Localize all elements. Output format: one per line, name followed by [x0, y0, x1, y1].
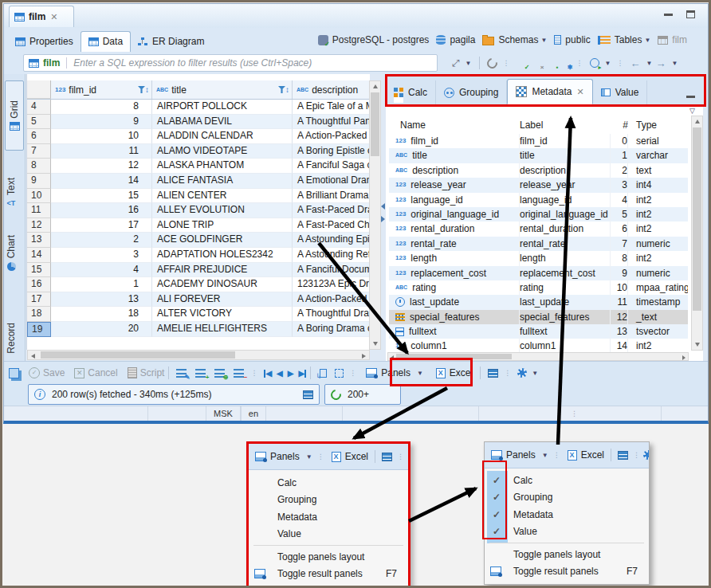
type-cell[interactable]: serial — [628, 134, 688, 148]
description-cell[interactable]: A Fast-Paced Cha — [293, 218, 370, 233]
refresh-icon[interactable] — [485, 56, 499, 70]
label-cell[interactable]: film_id — [520, 134, 611, 148]
language-cell[interactable]: en — [241, 406, 266, 421]
title-cell[interactable]: ADAPTATION HOLES2342 — [152, 248, 293, 263]
scroll-left-icon[interactable] — [391, 355, 394, 360]
title-cell[interactable]: ALABAMA DEVIL — [152, 115, 293, 130]
next-row-icon[interactable]: ▶ — [288, 369, 294, 378]
table-row[interactable]: 1116ALLEY EVOLUTIONA Fast-Paced Dram — [27, 203, 370, 218]
last-row-icon[interactable]: ▶ — [299, 367, 307, 378]
scroll-right-icon[interactable] — [362, 354, 366, 359]
name-cell[interactable]: 123film_id — [389, 134, 520, 148]
label-cell[interactable]: description — [520, 163, 611, 178]
breadcrumb-schemas[interactable]: Schemas▼ — [482, 34, 547, 45]
table-row[interactable]: 154AFFAIR PREJUDICEA Fanciful Docum — [27, 263, 370, 278]
film-id-cell[interactable]: 4 — [51, 263, 152, 278]
table-row[interactable]: 132ACE GOLDFINGERA Astounding Epis — [27, 233, 370, 248]
chevron-down-icon[interactable]: ▼ — [644, 37, 650, 44]
film-id-cell[interactable]: 20 — [51, 322, 152, 337]
title-cell[interactable]: ALONE TRIP — [152, 218, 293, 233]
panel-collapse-left-icon[interactable] — [381, 203, 385, 210]
breadcrumb-database[interactable]: pagila — [436, 34, 475, 45]
expand-all-icon[interactable]: ⤢ — [452, 57, 460, 69]
description-cell[interactable]: A Fast-Paced Dram — [293, 203, 370, 218]
description-cell[interactable]: A Thoughtful Dram — [293, 307, 370, 322]
label-cell[interactable]: title — [520, 148, 611, 163]
row-number-cell[interactable]: 5 — [27, 115, 51, 130]
name-cell[interactable]: 123language_id — [389, 193, 520, 207]
metadata-row[interactable]: ABCratingrating10mpaa_rating — [389, 280, 688, 295]
ordinal-cell[interactable]: 1 — [611, 148, 628, 163]
side-tab-record[interactable]: Record — [6, 323, 17, 354]
calc-panel-icon[interactable] — [303, 390, 313, 399]
toggle-record-mode-icon[interactable] — [9, 368, 19, 378]
metadata-row[interactable]: 123rental_durationrental_duration6int2 — [389, 221, 688, 236]
table-row[interactable]: 610ALADDIN CALENDARA Action-Packed T — [27, 129, 370, 144]
film-id-cell[interactable]: 12 — [51, 159, 152, 174]
film-id-cell[interactable]: 8 — [51, 100, 152, 115]
ordinal-cell[interactable]: 2 — [611, 163, 628, 178]
tab-properties[interactable]: Properties — [8, 32, 81, 52]
description-cell[interactable]: A Astounding Epis — [293, 233, 370, 248]
back-icon[interactable]: ← — [630, 57, 640, 69]
description-cell[interactable]: A Fanciful Saga of — [293, 159, 370, 174]
ordinal-cell[interactable]: 6 — [611, 221, 628, 236]
tab-data[interactable]: Data — [81, 31, 131, 53]
title-cell[interactable]: ACADEMY DINOSAUR — [152, 277, 293, 292]
label-cell[interactable]: length — [520, 251, 611, 265]
report-grid-icon[interactable] — [382, 453, 392, 461]
description-cell[interactable]: A Astounding Ref — [293, 248, 370, 263]
title-cell[interactable]: ALIEN CENTER — [152, 189, 293, 204]
metadata-row[interactable]: 123film_idfilm_id0serial — [389, 134, 688, 148]
chevron-down-icon[interactable]: ▼ — [465, 60, 472, 67]
film-id-cell[interactable]: 18 — [51, 307, 152, 322]
type-cell[interactable]: timestamp — [628, 295, 688, 309]
type-cell[interactable]: numeric — [628, 237, 688, 251]
name-cell[interactable]: ABCdescription — [389, 163, 520, 178]
table-row[interactable]: 1818ALTER VICTORYA Thoughtful Dram — [27, 307, 370, 322]
menu-item-calc[interactable]: ✓Calc — [485, 472, 649, 489]
timezone-cell[interactable]: MSK — [206, 406, 241, 421]
ordinal-cell[interactable]: 10 — [611, 280, 628, 295]
column-header-name[interactable]: Name — [389, 120, 520, 134]
report-grid-icon[interactable] — [618, 451, 628, 460]
film-id-cell[interactable]: 15 — [51, 189, 152, 204]
menu-item-toggle-panels-layout[interactable]: Toggle panels layout — [249, 548, 408, 566]
previous-row-icon[interactable]: ◀ — [277, 369, 283, 378]
table-row[interactable]: 1920AMELIE HELLFIGHTERSA Boring Drama o — [27, 322, 370, 337]
chevron-down-icon[interactable]: ▼ — [532, 370, 538, 377]
ordinal-cell[interactable]: 3 — [611, 178, 628, 192]
row-number-cell[interactable]: 7 — [27, 144, 51, 159]
title-cell[interactable]: ACE GOLDFINGER — [152, 233, 293, 248]
custom-filter-icon[interactable]: ✱ — [560, 58, 571, 69]
type-cell[interactable]: tsvector — [628, 324, 688, 339]
column-header-title[interactable]: ABC title ↕ — [152, 80, 293, 99]
menu-item-grouping[interactable]: ✓Grouping — [485, 489, 649, 507]
name-cell[interactable]: 123original_language_id — [389, 207, 520, 221]
editor-tab-film[interactable]: film ✕ — [9, 6, 74, 27]
row-number-cell[interactable]: 17 — [27, 292, 51, 308]
name-cell[interactable]: 123replacement_cost — [389, 266, 520, 280]
ordinal-cell[interactable]: 4 — [611, 193, 628, 207]
menu-item-toggle-result-panels[interactable]: Toggle result panelsF7 — [485, 563, 649, 581]
ordinal-cell[interactable]: 0 — [611, 134, 628, 148]
table-row[interactable]: 161ACADEMY DINOSAUR123123A Epic Dram — [27, 277, 370, 292]
scrollbar-thumb[interactable] — [371, 92, 379, 156]
description-cell[interactable]: A Action-Packed D — [293, 292, 370, 308]
tab-metadata[interactable]: Metadata✕ — [507, 79, 592, 104]
row-number-cell[interactable]: 14 — [27, 248, 51, 263]
table-row[interactable]: 711ALAMO VIDEOTAPEA Boring Epistle o — [27, 144, 370, 159]
menu-item-toggle-panels-layout[interactable]: Toggle panels layout — [485, 546, 649, 563]
label-cell[interactable]: fulltext — [520, 324, 611, 339]
menu-item-value[interactable]: Value — [249, 526, 408, 543]
ordinal-cell[interactable]: 11 — [611, 295, 628, 309]
breadcrumb-tables[interactable]: Tables▼ — [598, 34, 651, 45]
title-cell[interactable]: ALLEY EVOLUTION — [152, 203, 293, 218]
description-cell[interactable]: A Boring Epistle o — [293, 144, 370, 159]
title-cell[interactable]: ALASKA PHANTOM — [152, 159, 293, 174]
remove-filter-icon[interactable]: × — [531, 58, 542, 69]
row-number-cell[interactable]: 12 — [27, 218, 51, 233]
film-id-cell[interactable]: 2 — [51, 233, 152, 248]
panel-menu-chevron-icon[interactable]: ▽ — [689, 107, 695, 115]
fetch-all-rows-icon[interactable] — [335, 369, 344, 378]
